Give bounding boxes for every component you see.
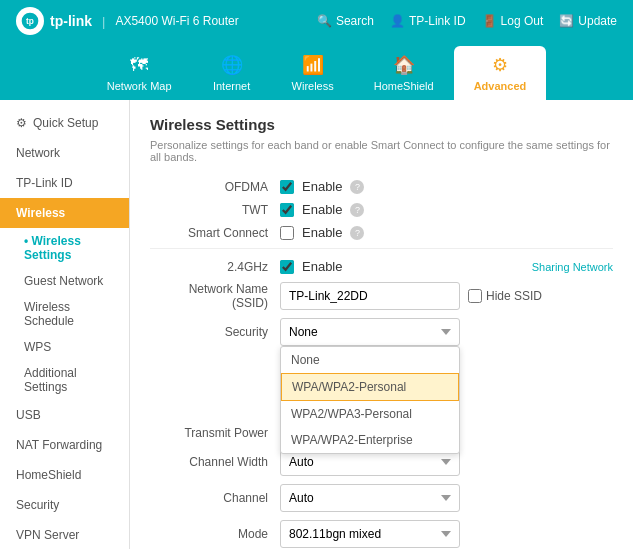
- channel-label: Channel: [150, 491, 280, 505]
- tab-homeshield[interactable]: 🏠 HomeShield: [354, 46, 454, 100]
- header-left: tp tp-link | AX5400 Wi-Fi 6 Router: [16, 7, 239, 35]
- twt-checkbox[interactable]: [280, 203, 294, 217]
- sidebar-item-nat-forwarding[interactable]: NAT Forwarding: [0, 430, 129, 460]
- sidebar-item-usb[interactable]: USB: [0, 400, 129, 430]
- logout-icon: 🚪: [482, 14, 497, 28]
- header-right: 🔍 Search 👤 TP-Link ID 🚪 Log Out 🔄 Update: [317, 14, 617, 28]
- dropdown-item-wpa-wpa2-personal[interactable]: WPA/WPA2-Personal: [281, 373, 459, 401]
- security-24-select[interactable]: None: [280, 318, 460, 346]
- dropdown-item-wpa2-wpa3-personal[interactable]: WPA2/WPA3-Personal: [281, 401, 459, 427]
- tplink-id-link[interactable]: 👤 TP-Link ID: [390, 14, 466, 28]
- band-24ghz-control: Enable: [280, 259, 342, 274]
- channel-width-label: Channel Width: [150, 455, 280, 469]
- internet-icon: 🌐: [221, 54, 243, 76]
- sharing-network-link-24[interactable]: Sharing Network: [532, 261, 613, 273]
- search-link[interactable]: 🔍 Search: [317, 14, 374, 28]
- content-area: Wireless Settings Personalize settings f…: [130, 100, 633, 549]
- logout-link[interactable]: 🚪 Log Out: [482, 14, 544, 28]
- ssid-24-row: Network Name (SSID) Hide SSID: [150, 282, 613, 310]
- search-icon: 🔍: [317, 14, 332, 28]
- twt-control: Enable ?: [280, 202, 364, 217]
- mode-row: Mode 802.11bgn mixed: [150, 520, 613, 548]
- security-24-row: Security None None WPA/WPA2-Personal WPA…: [150, 318, 613, 346]
- transmit-power-label: Transmit Power: [150, 426, 280, 440]
- advanced-label: Advanced: [474, 80, 527, 92]
- tab-advanced[interactable]: ⚙ Advanced: [454, 46, 547, 100]
- twt-row: TWT Enable ?: [150, 202, 613, 217]
- logo-area: tp tp-link | AX5400 Wi-Fi 6 Router: [16, 7, 239, 35]
- band-24ghz-header: 2.4GHz Enable Sharing Network: [150, 259, 613, 274]
- mode-select[interactable]: 802.11bgn mixed: [280, 520, 460, 548]
- ofdma-label: OFDMA: [150, 180, 280, 194]
- user-icon: 👤: [390, 14, 405, 28]
- band-24ghz-label: 2.4GHz: [150, 260, 280, 274]
- channel-control: Auto: [280, 484, 460, 512]
- sidebar: ⚙ Quick Setup Network TP-Link ID Wireles…: [0, 100, 130, 549]
- security-dropdown-wrapper: None None WPA/WPA2-Personal WPA2/WPA3-Pe…: [280, 318, 460, 346]
- hide-ssid-24-label: Hide SSID: [468, 289, 542, 303]
- smart-connect-help-icon[interactable]: ?: [350, 226, 364, 240]
- mode-control: 802.11bgn mixed: [280, 520, 460, 548]
- sidebar-sub-guest-network[interactable]: Guest Network: [0, 268, 129, 294]
- ofdma-help-icon[interactable]: ?: [350, 180, 364, 194]
- app-root: tp tp-link | AX5400 Wi-Fi 6 Router 🔍 Sea…: [0, 0, 633, 549]
- channel-row: Channel Auto: [150, 484, 613, 512]
- twt-label: TWT: [150, 203, 280, 217]
- smart-connect-enable-label: Enable: [302, 225, 342, 240]
- hide-ssid-24-checkbox[interactable]: [468, 289, 482, 303]
- divider-1: [150, 248, 613, 249]
- logo-icon: tp: [16, 7, 44, 35]
- sidebar-item-network[interactable]: Network: [0, 138, 129, 168]
- ofdma-row: OFDMA Enable ?: [150, 179, 613, 194]
- page-title: Wireless Settings: [150, 116, 613, 133]
- brand-name: tp-link: [50, 13, 92, 29]
- ssid-24-control: Hide SSID: [280, 282, 542, 310]
- ofdma-checkbox[interactable]: [280, 180, 294, 194]
- ssid-24-label: Network Name (SSID): [150, 282, 280, 310]
- sidebar-item-wireless[interactable]: Wireless: [0, 198, 129, 228]
- ssid-24-input[interactable]: [280, 282, 460, 310]
- smart-connect-checkbox[interactable]: [280, 226, 294, 240]
- dropdown-item-none[interactable]: None: [281, 347, 459, 373]
- smart-connect-label: Smart Connect: [150, 226, 280, 240]
- homeshield-icon: 🏠: [393, 54, 415, 76]
- quick-setup-icon: ⚙: [16, 116, 27, 130]
- sidebar-sub-wireless-settings[interactable]: Wireless Settings: [0, 228, 129, 268]
- twt-enable-label: Enable: [302, 202, 342, 217]
- product-name: AX5400 Wi-Fi 6 Router: [115, 14, 238, 28]
- twt-help-icon[interactable]: ?: [350, 203, 364, 217]
- sidebar-sub-wps[interactable]: WPS: [0, 334, 129, 360]
- network-map-icon: 🗺: [130, 55, 148, 76]
- header-divider: |: [102, 14, 105, 29]
- advanced-icon: ⚙: [492, 54, 508, 76]
- ofdma-enable-label: Enable: [302, 179, 342, 194]
- sidebar-sub-wireless-schedule[interactable]: Wireless Schedule: [0, 294, 129, 334]
- sidebar-item-homeshield[interactable]: HomeShield: [0, 460, 129, 490]
- tab-internet[interactable]: 🌐 Internet: [192, 46, 272, 100]
- nav-tabs: 🗺 Network Map 🌐 Internet 📶 Wireless 🏠 Ho…: [0, 42, 633, 100]
- page-description: Personalize settings for each band or en…: [150, 139, 613, 163]
- tab-wireless[interactable]: 📶 Wireless: [272, 46, 354, 100]
- update-icon: 🔄: [559, 14, 574, 28]
- wireless-icon: 📶: [302, 54, 324, 76]
- security-24-control: None None WPA/WPA2-Personal WPA2/WPA3-Pe…: [280, 318, 460, 346]
- update-link[interactable]: 🔄 Update: [559, 14, 617, 28]
- smart-connect-row: Smart Connect Enable ?: [150, 225, 613, 240]
- band-24ghz-enable-label: Enable: [302, 259, 342, 274]
- dropdown-item-wpa-wpa2-enterprise[interactable]: WPA/WPA2-Enterprise: [281, 427, 459, 453]
- mode-label: Mode: [150, 527, 280, 541]
- svg-text:tp: tp: [26, 16, 34, 26]
- channel-select[interactable]: Auto: [280, 484, 460, 512]
- smart-connect-control: Enable ?: [280, 225, 364, 240]
- security-dropdown-menu: None WPA/WPA2-Personal WPA2/WPA3-Persona…: [280, 346, 460, 454]
- sidebar-item-quick-setup[interactable]: ⚙ Quick Setup: [0, 108, 129, 138]
- sidebar-item-security[interactable]: Security: [0, 490, 129, 520]
- sidebar-sub-additional-settings[interactable]: Additional Settings: [0, 360, 129, 400]
- sidebar-item-tplink-id[interactable]: TP-Link ID: [0, 168, 129, 198]
- sidebar-item-vpn-server[interactable]: VPN Server: [0, 520, 129, 549]
- tab-network-map[interactable]: 🗺 Network Map: [87, 47, 192, 100]
- security-24-label: Security: [150, 325, 280, 339]
- band-24ghz-checkbox[interactable]: [280, 260, 294, 274]
- main-layout: ⚙ Quick Setup Network TP-Link ID Wireles…: [0, 100, 633, 549]
- header: tp tp-link | AX5400 Wi-Fi 6 Router 🔍 Sea…: [0, 0, 633, 42]
